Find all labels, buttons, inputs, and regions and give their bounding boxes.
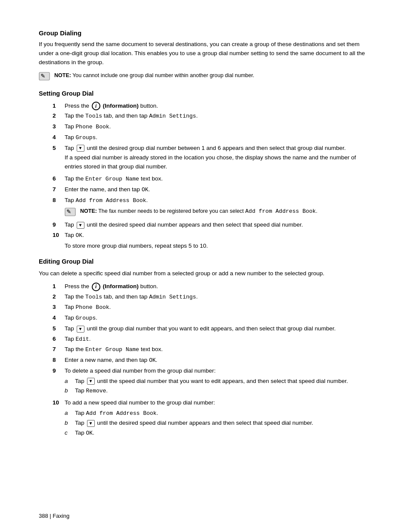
editing-step-10a: a Tap Add from Address Book. [65,408,313,418]
svg-text:✎: ✎ [66,208,71,215]
svg-text:✎: ✎ [40,73,45,79]
editing-step-1: 1 Press the i (Information) button. [51,282,372,291]
setting-step-9: 9 Tap ▼ until the desired speed dial num… [51,220,372,230]
setting-step-3: 3 Tap Phone Book. [51,122,372,132]
setting-step-5: 5 Tap ▼ until the desired group dial num… [51,143,372,173]
group-dialing-title: Group Dialing [39,29,372,37]
setting-step-6: 6 Tap the Enter Group Name text box. [51,174,372,184]
page-footer: 388 | Faxing [39,513,69,519]
group-dialing-note: ✎ NOTE: You cannot include one group dia… [39,72,372,82]
note-icon-2: ✎ [65,207,77,220]
down-arrow-icon-3: ▼ [77,326,84,333]
down-arrow-icon-5: ▼ [87,420,95,427]
setting-step-7: 7 Enter the name, and then tap OK. [51,185,372,195]
setting-step-4: 4 Tap Groups. [51,133,372,143]
editing-step-9: 9 To delete a speed dial number from the… [51,366,372,396]
setting-step-2: 2 Tap the Tools tab, and then tap Admin … [51,111,372,121]
editing-step-7: 7 Tap the Enter Group Name text box. [51,345,372,355]
editing-step-9b: b Tap Remove. [65,386,348,396]
setting-group-dial-title: Setting Group Dial [39,90,372,97]
editing-step-10: 10 To add a new speed dial number to the… [51,398,372,439]
down-arrow-icon-4: ▼ [87,378,95,385]
setting-step-8: 8 Tap Add from Address Book. ✎ NOTE: The… [51,196,372,219]
editing-step-9a: a Tap ▼ until the speed dial number that… [65,376,348,386]
editing-step-5: 5 Tap ▼ until the group dial number that… [51,324,372,333]
info-icon-2: i [92,283,100,291]
editing-step-10b: b Tap ▼ until the desired speed dial num… [65,418,313,428]
setting-steps-list: 1 Press the i (Information) button. 2 Ta… [51,101,372,250]
editing-group-dial-intro: You can delete a specific speed dial num… [39,269,372,278]
page-content: Group Dialing If you frequently send the… [0,0,411,467]
group-dialing-section: Group Dialing If you frequently send the… [39,29,372,82]
setting-group-dial-section: Setting Group Dial 1 Press the i (Inform… [39,90,372,250]
editing-step-6: 6 Tap Edit. [51,334,372,344]
editing-group-dial-title: Editing Group Dial [39,258,372,265]
editing-step-3: 3 Tap Phone Book. [51,302,372,312]
down-arrow-icon-2: ▼ [77,222,84,229]
editing-step-2: 2 Tap the Tools tab, and then tap Admin … [51,292,372,302]
setting-step-1: 1 Press the i (Information) button. [51,101,372,111]
editing-group-dial-section: Editing Group Dial You can delete a spec… [39,258,372,439]
editing-steps-list: 1 Press the i (Information) button. 2 Ta… [51,282,372,439]
group-dialing-intro: If you frequently send the same document… [39,40,372,67]
editing-step-10c: c Tap OK. [65,428,313,438]
group-dialing-note-text: NOTE: You cannot include one group dial … [54,72,254,79]
editing-step-8: 8 Enter a new name, and then tap OK. [51,355,372,365]
info-icon-1: i [92,102,100,110]
editing-step-4: 4 Tap Groups. [51,313,372,323]
down-arrow-icon-1: ▼ [77,145,84,152]
setting-step-10: 10 Tap OK. To store more group dial numb… [51,230,372,250]
note-icon: ✎ [39,72,51,82]
